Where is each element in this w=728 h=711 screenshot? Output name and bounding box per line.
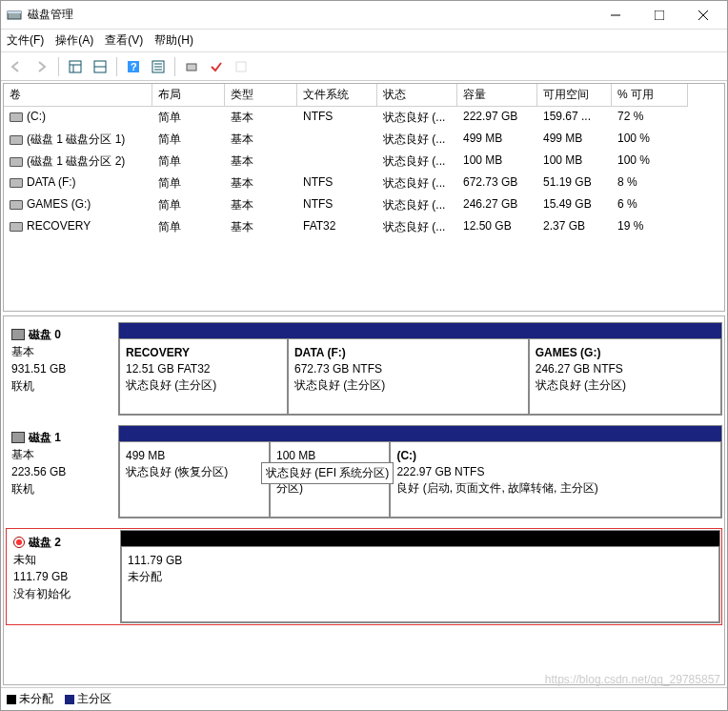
partition[interactable]: (C:)222.97 GB NTFS良好 (启动, 页面文件, 故障转储, 主分… [390, 441, 721, 518]
disk-info: 磁盘 0基本931.51 GB联机 [6, 322, 118, 416]
svg-rect-18 [236, 62, 246, 71]
panel-button-2[interactable] [90, 56, 111, 77]
disk-pane[interactable]: 磁盘 0基本931.51 GB联机RECOVERY12.51 GB FAT32状… [3, 315, 725, 685]
back-button[interactable] [7, 56, 28, 77]
partition[interactable]: 499 MB状态良好 (恢复分区) [119, 441, 270, 518]
col-percent[interactable]: % 可用 [612, 84, 688, 107]
titlebar[interactable]: 磁盘管理 [1, 1, 727, 30]
disk-icon [11, 432, 25, 443]
table-row[interactable]: (C:)简单基本NTFS状态良好 (...222.97 GB159.67 ...… [4, 107, 724, 129]
disk-info: 磁盘 1基本223.56 GB联机 [6, 425, 118, 518]
col-layout[interactable]: 布局 [152, 84, 225, 107]
svg-text:?: ? [131, 61, 137, 72]
col-free[interactable]: 可用空间 [537, 84, 612, 107]
help-button[interactable]: ? [123, 56, 144, 77]
panel-button-1[interactable] [65, 56, 86, 77]
disk-icon [13, 537, 25, 548]
col-type[interactable]: 类型 [225, 84, 297, 107]
check-button[interactable] [206, 56, 227, 77]
table-header: 卷 布局 类型 文件系统 状态 容量 可用空间 % 可用 [4, 84, 724, 107]
disk-partitions: 499 MB状态良好 (恢复分区)100 MB状态良好 (EFI 系统分区)(C… [118, 425, 722, 518]
tooltip: 状态良好 (EFI 系统分区) [261, 462, 394, 484]
menu-view[interactable]: 查看(V) [105, 32, 143, 49]
close-button[interactable] [681, 1, 725, 30]
action-button[interactable] [181, 56, 202, 77]
app-window: 磁盘管理 文件(F) 操作(A) 查看(V) 帮助(H) ? 卷 布局 类型 [0, 0, 728, 711]
col-status[interactable]: 状态 [377, 84, 457, 107]
disk-partitions: 111.79 GB未分配 [120, 530, 720, 623]
svg-rect-6 [70, 61, 81, 72]
disk-row[interactable]: 磁盘 0基本931.51 GB联机RECOVERY12.51 GB FAT32状… [6, 322, 722, 416]
content-area: 卷 布局 类型 文件系统 状态 容量 可用空间 % 可用 (C:)简单基本NTF… [1, 81, 727, 687]
toolbar: ? [1, 52, 727, 81]
window-title: 磁盘管理 [28, 7, 594, 23]
svg-rect-3 [655, 10, 664, 20]
minimize-button[interactable] [594, 1, 637, 30]
disk-info: 磁盘 2未知111.79 GB没有初始化 [8, 530, 120, 623]
col-volume[interactable]: 卷 [4, 84, 152, 107]
menu-help[interactable]: 帮助(H) [154, 32, 193, 49]
menu-file[interactable]: 文件(F) [7, 32, 44, 49]
table-body[interactable]: (C:)简单基本NTFS状态良好 (...222.97 GB159.67 ...… [4, 107, 724, 311]
list-button[interactable] [148, 56, 169, 77]
table-row[interactable]: RECOVERY简单基本FAT32状态良好 (...12.50 GB2.37 G… [4, 216, 724, 238]
forward-button[interactable] [31, 56, 52, 77]
app-icon [7, 8, 22, 23]
legend-unallocated: 未分配 [7, 691, 53, 707]
svg-rect-17 [187, 64, 196, 71]
col-filesystem[interactable]: 文件系统 [297, 84, 377, 107]
table-row[interactable]: GAMES (G:)简单基本NTFS状态良好 (...246.27 GB15.4… [4, 194, 724, 216]
menubar: 文件(F) 操作(A) 查看(V) 帮助(H) [1, 30, 727, 52]
disk-row[interactable]: 磁盘 2未知111.79 GB没有初始化111.79 GB未分配 [6, 528, 722, 625]
disk-icon [11, 329, 25, 340]
partition[interactable]: RECOVERY12.51 GB FAT32状态良好 (主分区) [119, 338, 288, 415]
maximize-button[interactable] [637, 1, 681, 30]
table-row[interactable]: (磁盘 1 磁盘分区 2)简单基本状态良好 (...100 MB100 MB10… [4, 151, 724, 173]
partition[interactable]: DATA (F:)672.73 GB NTFS状态良好 (主分区) [288, 338, 529, 415]
partition[interactable]: GAMES (G:)246.27 GB NTFS状态良好 (主分区) [529, 338, 721, 415]
disk-partitions: RECOVERY12.51 GB FAT32状态良好 (主分区)DATA (F:… [118, 322, 722, 416]
col-capacity[interactable]: 容量 [457, 84, 537, 107]
table-row[interactable]: DATA (F:)简单基本NTFS状态良好 (...672.73 GB51.19… [4, 173, 724, 194]
menu-action[interactable]: 操作(A) [55, 32, 93, 49]
legend-primary: 主分区 [65, 691, 111, 707]
table-row[interactable]: (磁盘 1 磁盘分区 1)简单基本状态良好 (...499 MB499 MB10… [4, 129, 724, 151]
legend: 未分配 主分区 [1, 687, 727, 710]
svg-rect-1 [8, 11, 21, 13]
partition[interactable]: 111.79 GB未分配 [121, 546, 719, 622]
disabled-button[interactable] [231, 56, 252, 77]
volume-table: 卷 布局 类型 文件系统 状态 容量 可用空间 % 可用 (C:)简单基本NTF… [3, 83, 725, 312]
